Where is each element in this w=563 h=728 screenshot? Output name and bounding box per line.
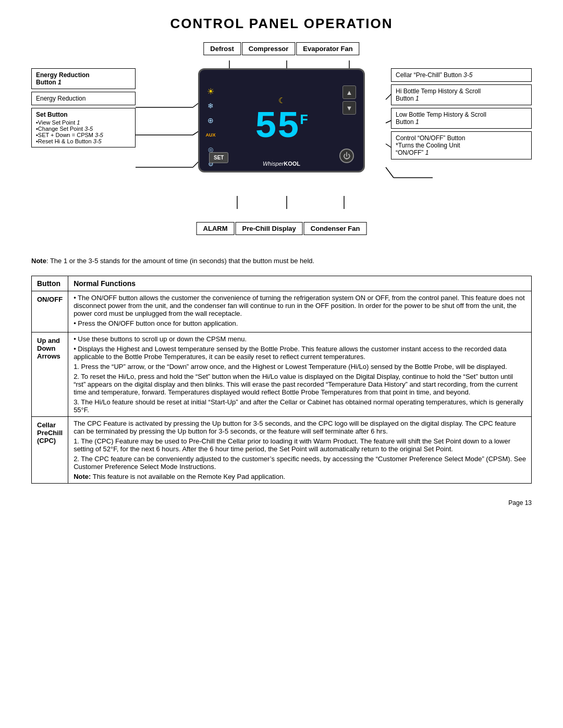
set-item-3: •SET + Down = CPSM 3-5 xyxy=(36,132,131,138)
main-table: Button Normal Functions ON/OFF The ON/OF… xyxy=(31,276,532,484)
table-header-button: Button xyxy=(32,276,68,291)
arrows-para-1: 1. Press the “UP” arrow, or the “Down” a… xyxy=(74,363,526,371)
label-evaporator-fan: Evaporator Fan xyxy=(296,42,359,55)
left-annotations: Energy ReductionButton 1 Energy Reductio… xyxy=(31,68,136,150)
page-title: CONTROL PANEL OPERATION xyxy=(31,16,532,32)
content-cell-onoff: The ON/OFF button allows the customer th… xyxy=(68,291,532,332)
brand-label: WhisperKOOL xyxy=(263,161,300,167)
aux-label: AUX xyxy=(205,129,216,141)
onoff-bullet-1: The ON/OFF button allows the customer th… xyxy=(74,294,526,317)
label-alarm: ALARM xyxy=(197,222,235,235)
sun-icon: ☀ xyxy=(205,85,216,97)
fan-icon: ⊕ xyxy=(205,115,216,126)
lo-bottle-label: Low Bottle Temp History & ScrollButton 1 xyxy=(396,111,486,126)
arrows-para-3: 3. The Hi/Lo feature should be reset at … xyxy=(74,398,526,414)
set-item-4: •Reset Hi & Lo Button 3-5 xyxy=(36,138,131,144)
power-button-panel[interactable]: ⏻ xyxy=(339,149,354,163)
arrows-bullets: Use these buttons to scroll up or down t… xyxy=(74,335,526,361)
panel-top-icons: ☾ xyxy=(276,95,287,106)
set-item-2: •Change Set Point 3-5 xyxy=(36,126,131,132)
energy-reduction-button-box: Energy ReductionButton 1 xyxy=(31,68,136,89)
content-cell-arrows: Use these buttons to scroll up or down t… xyxy=(68,332,532,416)
btn-cell-onoff: ON/OFF xyxy=(32,291,68,332)
cpc-para-2: 2. The CPC feature can be conveniently a… xyxy=(74,455,526,471)
lo-bottle-box: Low Bottle Temp History & ScrollButton 1 xyxy=(391,108,532,129)
set-button-title: Set Button xyxy=(36,111,68,118)
label-prechill-display: Pre-Chill Display xyxy=(236,222,303,235)
energy-reduction-text: Energy Reduction xyxy=(36,95,85,102)
onoff-bullet-2: Press the ON/OFF button once for button … xyxy=(74,319,526,327)
set-item-1: •View Set Point 1 xyxy=(36,119,131,126)
on-off-button-box: Control “ON/OFF” Button*Turns the Coolin… xyxy=(391,131,532,159)
note-text: Note: The 1 or the 3-5 stands for the am… xyxy=(31,256,532,266)
energy-reduction-button-label: Energy ReductionButton 1 xyxy=(36,71,90,86)
label-compressor: Compressor xyxy=(242,42,296,55)
snowflake-icon: ❄ xyxy=(205,100,216,112)
page-number: Page 13 xyxy=(31,499,532,507)
cpc-para-3: Note: This feature is not available on t… xyxy=(74,473,526,480)
display-unit: F xyxy=(300,112,309,128)
hi-bottle-label: Hi Bottle Temp History & ScrollButton 1 xyxy=(396,88,481,102)
control-panel-mockup: ☀ ❄ ⊕ AUX ◎ ⚙ ♥ ☾ 55F ▲ ▼ SET WhisperKOO… xyxy=(198,68,365,172)
table-row-arrows: Up andDownArrows Use these buttons to sc… xyxy=(32,332,532,416)
energy-reduction-label-box: Energy Reduction xyxy=(31,92,136,105)
top-labels-row: Defrost Compressor Evaporator Fan xyxy=(203,42,360,55)
arrows-bullet-2: Displays the Highest and Lowest temperat… xyxy=(74,345,526,361)
cpc-para-0: The CPC Feature is activated by pressing… xyxy=(74,419,526,435)
btn-cell-cpc: CellarPreChill(CPC) xyxy=(32,416,68,483)
table-header-functions: Normal Functions xyxy=(68,276,532,291)
arrows-para-2: 2. To reset the Hi/Lo, press and hold th… xyxy=(74,373,526,396)
arrow-down[interactable]: ▼ xyxy=(342,101,356,115)
svg-line-16 xyxy=(386,167,394,178)
onoff-bullets: The ON/OFF button allows the customer th… xyxy=(74,294,526,327)
diagram-area: Defrost Compressor Evaporator Fan ☀ ❄ ⊕ … xyxy=(31,42,532,251)
right-annotations: Cellar “Pre-Chill” Button 3-5 Hi Bottle … xyxy=(391,68,532,162)
content-cell-cpc: The CPC Feature is activated by pressing… xyxy=(68,416,532,483)
set-button-box: Set Button •View Set Point 1 •Change Set… xyxy=(31,108,136,147)
on-off-button-label: Control “ON/OFF” Button*Turns the Coolin… xyxy=(396,134,465,156)
arrows-bullet-1: Use these buttons to scroll up or down t… xyxy=(74,335,526,343)
arrow-up[interactable]: ▲ xyxy=(342,85,356,99)
label-defrost: Defrost xyxy=(203,42,241,55)
label-condenser-fan: Condenser Fan xyxy=(304,222,367,235)
panel-display: 55F xyxy=(254,108,308,146)
btn-cell-arrows: Up andDownArrows xyxy=(32,332,68,416)
panel-arrows: ▲ ▼ xyxy=(342,85,356,115)
pre-chill-button-label: Cellar “Pre-Chill” Button 3-5 xyxy=(396,71,472,79)
bottom-labels-row: ALARM Pre-Chill Display Condenser Fan xyxy=(196,222,368,235)
table-row-cpc: CellarPreChill(CPC) The CPC Feature is a… xyxy=(32,416,532,483)
set-button-panel[interactable]: SET xyxy=(209,152,228,163)
moon-icon: ☾ xyxy=(276,95,287,106)
hi-bottle-box: Hi Bottle Temp History & ScrollButton 1 xyxy=(391,84,532,105)
cpc-para-1: 1. The (CPC) Feature may be used to Pre-… xyxy=(74,437,526,453)
set-button-items: •View Set Point 1 •Change Set Point 3-5 … xyxy=(36,119,131,144)
pre-chill-button-box: Cellar “Pre-Chill” Button 3-5 xyxy=(391,68,532,82)
table-row-onoff: ON/OFF The ON/OFF button allows the cust… xyxy=(32,291,532,332)
display-value: 55 xyxy=(254,106,299,149)
